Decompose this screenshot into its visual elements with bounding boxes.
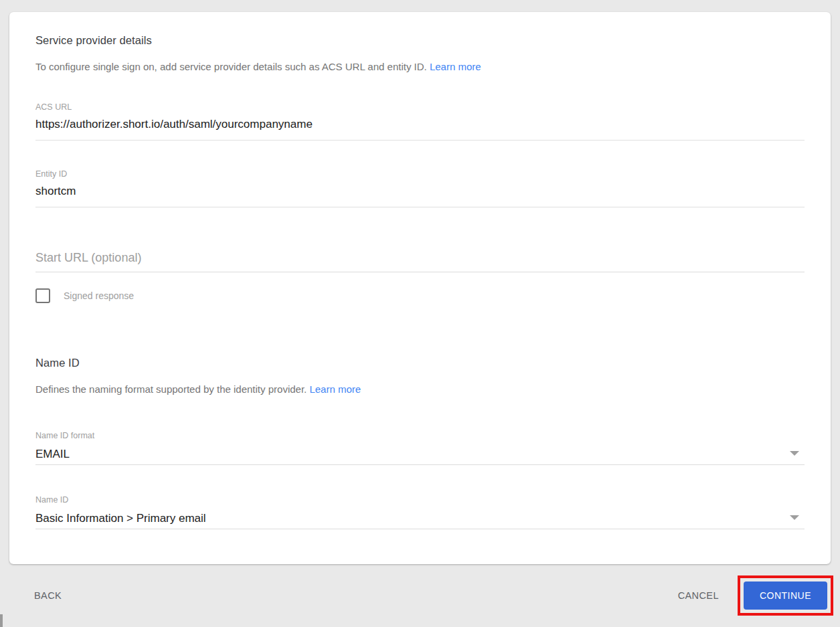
name-id-label: Name ID <box>35 495 805 505</box>
continue-button[interactable]: CONTINUE <box>744 581 827 610</box>
cancel-button[interactable]: CANCEL <box>674 584 723 608</box>
name-id-description-text: Defines the naming format supported by t… <box>35 383 307 395</box>
name-id-format-dropdown[interactable]: EMAIL <box>35 446 805 465</box>
name-id-format-field: Name ID format EMAIL <box>35 431 805 465</box>
service-provider-section-title: Service provider details <box>35 34 805 47</box>
name-id-dropdown[interactable]: Basic Information > Primary email <box>35 511 805 529</box>
chevron-down-icon[interactable] <box>790 515 799 520</box>
entity-id-label: Entity ID <box>35 169 805 179</box>
signed-response-label: Signed response <box>64 290 134 301</box>
back-button[interactable]: BACK <box>30 584 66 608</box>
name-id-field: Name ID Basic Information > Primary emai… <box>35 495 805 529</box>
entity-id-field: Entity ID <box>35 169 805 207</box>
name-id-selected-value: Basic Information > Primary email <box>35 511 206 527</box>
signed-response-row: Signed response <box>35 288 805 303</box>
start-url-input[interactable] <box>35 247 805 272</box>
signed-response-checkbox[interactable] <box>35 288 50 303</box>
entity-id-input[interactable] <box>35 183 805 207</box>
name-id-learn-more-link[interactable]: Learn more <box>309 383 361 395</box>
name-id-section-title: Name ID <box>35 357 805 369</box>
service-provider-learn-more-link[interactable]: Learn more <box>430 61 481 72</box>
acs-url-label: ACS URL <box>35 102 805 112</box>
red-highlight-annotation: CONTINUE <box>738 575 833 616</box>
bottom-left-scrollbar-fragment <box>0 614 3 627</box>
saml-config-screen: Service provider details To configure si… <box>0 0 840 627</box>
service-provider-section-description: To configure single sign on, add service… <box>35 61 805 73</box>
service-provider-details-card: Service provider details To configure si… <box>9 12 831 564</box>
acs-url-field: ACS URL <box>35 102 805 141</box>
chevron-down-icon[interactable] <box>790 451 799 456</box>
name-id-format-selected-value: EMAIL <box>35 446 70 462</box>
footer-right-actions: CANCEL CONTINUE <box>674 575 833 616</box>
acs-url-input[interactable] <box>35 116 805 141</box>
name-id-format-label: Name ID format <box>35 431 805 441</box>
service-provider-description-text: To configure single sign on, add service… <box>35 61 427 72</box>
name-id-section-description: Defines the naming format supported by t… <box>35 383 805 395</box>
footer-action-bar: BACK CANCEL CONTINUE <box>0 564 840 627</box>
